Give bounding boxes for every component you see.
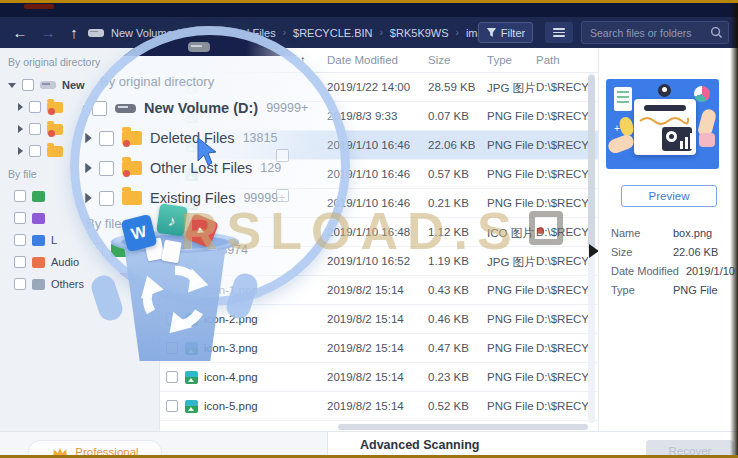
collapse-arrow-icon[interactable] — [8, 83, 16, 88]
document-type-icon — [32, 235, 45, 246]
search-input[interactable] — [588, 22, 706, 43]
expand-arrow-icon[interactable] — [18, 125, 23, 133]
filter-button[interactable]: Filter — [478, 22, 533, 43]
tree-checkbox[interactable] — [92, 101, 107, 116]
recycle-symbol-icon — [138, 261, 212, 335]
file-size: 0.43 KB — [428, 284, 469, 296]
tree-checkbox[interactable] — [14, 212, 26, 224]
file-size: 0.07 KB — [428, 110, 469, 122]
tree-count: 99999+ — [266, 101, 308, 115]
tree-checkbox[interactable] — [14, 278, 26, 290]
file-size: 0.21 KB — [428, 197, 469, 209]
detail-panel: + + Preview Name box.png Size 22.06 KB D… — [598, 48, 738, 431]
breadcrumb-item[interactable]: $RK5K9WS — [390, 27, 449, 39]
tree-checkbox[interactable] — [14, 256, 26, 268]
tree-checkbox[interactable] — [14, 234, 26, 246]
file-path: D:\$RECYCLE.E — [536, 371, 594, 383]
detail-label: Name — [611, 227, 640, 239]
file-date: 2019/8/2 15:14 — [327, 313, 404, 325]
illustration-pie — [694, 86, 710, 102]
row-checkbox[interactable] — [166, 371, 178, 383]
breadcrumb-separator: › — [283, 27, 286, 38]
professional-label: Professional — [75, 446, 138, 458]
tree-checkbox[interactable] — [99, 161, 114, 176]
image-file-icon — [185, 400, 198, 413]
sidebar-item-others[interactable]: Others — [14, 276, 84, 292]
file-date: 2019/8/2 15:14 — [327, 371, 404, 383]
tree-label: New Volume (D:) — [144, 100, 258, 116]
deleted-folder-icon — [122, 161, 142, 175]
paper-icon — [161, 240, 181, 264]
tree-checkbox[interactable] — [14, 190, 26, 202]
file-path: D:\$RECYCLE.E — [536, 313, 594, 325]
illustration-donut — [666, 131, 677, 142]
forward-arrow-icon[interactable]: → — [38, 17, 58, 48]
tree-checkbox[interactable] — [29, 145, 41, 157]
back-arrow-icon[interactable]: ← — [10, 17, 30, 48]
column-size[interactable]: Size — [428, 54, 450, 66]
magnified-item-root[interactable]: New Volume (D:) 99999+ — [76, 96, 264, 120]
title-accent — [24, 4, 54, 9]
table-row[interactable]: icon-4.png 2019/8/2 15:14 0.23 KB PNG Fi… — [160, 363, 598, 392]
detail-label: Size — [611, 246, 632, 258]
column-path[interactable]: Path — [536, 54, 560, 66]
deleted-folder-icon — [47, 124, 63, 135]
mouse-cursor — [196, 137, 220, 167]
sidebar-item-type-1[interactable] — [14, 188, 51, 204]
illustration-line — [617, 96, 629, 98]
table-row[interactable]: icon-5.png 2019/8/2 15:14 0.52 KB PNG Fi… — [160, 392, 598, 421]
expand-arrow-icon[interactable] — [18, 103, 23, 111]
expand-arrow-icon[interactable] — [85, 133, 92, 143]
file-date: 2019/1/22 14:00 — [327, 81, 410, 93]
deleted-folder-icon — [47, 102, 63, 113]
professional-button[interactable]: Professional — [28, 440, 162, 458]
file-type: PNG File — [487, 400, 535, 412]
file-type: PNG File — [487, 313, 535, 325]
file-name: icon-4.png — [204, 371, 258, 383]
sidebar-item-other-lost[interactable] — [18, 121, 63, 137]
footer-bar: Professional Advanced Scanning Recover — [0, 431, 738, 458]
sidebar-item-type-3[interactable]: L — [14, 232, 57, 248]
menu-button[interactable] — [545, 22, 573, 43]
sparkle-icon: + — [614, 123, 620, 134]
preview-thumbnail[interactable]: + + — [606, 79, 719, 169]
tree-checkbox[interactable] — [22, 79, 34, 91]
sidebar-item-audio[interactable]: Audio — [14, 254, 79, 270]
tree-checkbox[interactable] — [99, 191, 114, 206]
preview-button[interactable]: Preview — [621, 185, 717, 207]
detail-row-date: Date Modified 2019/1/10 16:46 — [611, 265, 736, 277]
breadcrumb-item[interactable]: $RECYCLE.BIN — [293, 27, 372, 39]
file-path: D:\$RECYCLE.E — [536, 284, 594, 296]
illustration-line — [617, 101, 629, 103]
illustration-hand-left — [606, 133, 635, 155]
file-date: 2019/1/10 16:48 — [327, 226, 410, 238]
file-path: D:\$RECYCLE.E — [536, 400, 594, 412]
tree-checkbox[interactable] — [29, 123, 41, 135]
sidebar-item-existing[interactable] — [18, 143, 63, 159]
expand-arrow-icon[interactable] — [85, 193, 92, 203]
horizontal-scrollbar-thumb[interactable] — [338, 424, 588, 430]
search-icon[interactable] — [710, 26, 723, 39]
detail-value: 22.06 KB — [673, 246, 718, 258]
sidebar-item-root[interactable]: New — [8, 77, 85, 93]
up-arrow-icon[interactable]: ↑ — [64, 17, 84, 48]
magnified-item-other-lost[interactable]: Other Lost Files 129 — [86, 156, 264, 180]
sidebar-item-type-2[interactable] — [14, 210, 51, 226]
vertical-scrollbar-thumb[interactable] — [588, 75, 595, 250]
file-type: PNG File — [487, 371, 535, 383]
recover-button[interactable]: Recover — [646, 440, 734, 458]
tree-checkbox[interactable] — [29, 101, 41, 113]
audio-type-icon — [32, 257, 45, 268]
expand-arrow-icon[interactable] — [18, 147, 23, 155]
file-type: JPG 图片.. — [487, 81, 535, 96]
magnified-item-deleted[interactable]: Deleted Files 13815 — [86, 126, 264, 150]
sidebar-item-deleted-files[interactable] — [18, 99, 63, 115]
column-date[interactable]: Date Modified — [327, 54, 398, 66]
column-type[interactable]: Type — [487, 54, 512, 66]
file-date: 2019/1/10 16:52 — [327, 255, 410, 267]
row-checkbox[interactable] — [166, 400, 178, 412]
expand-arrow-icon[interactable] — [85, 163, 92, 173]
table-row[interactable]: icon-3.png 2019/8/2 15:14 0.47 KB PNG Fi… — [160, 334, 598, 363]
search-box — [581, 21, 729, 44]
tree-checkbox[interactable] — [99, 131, 114, 146]
